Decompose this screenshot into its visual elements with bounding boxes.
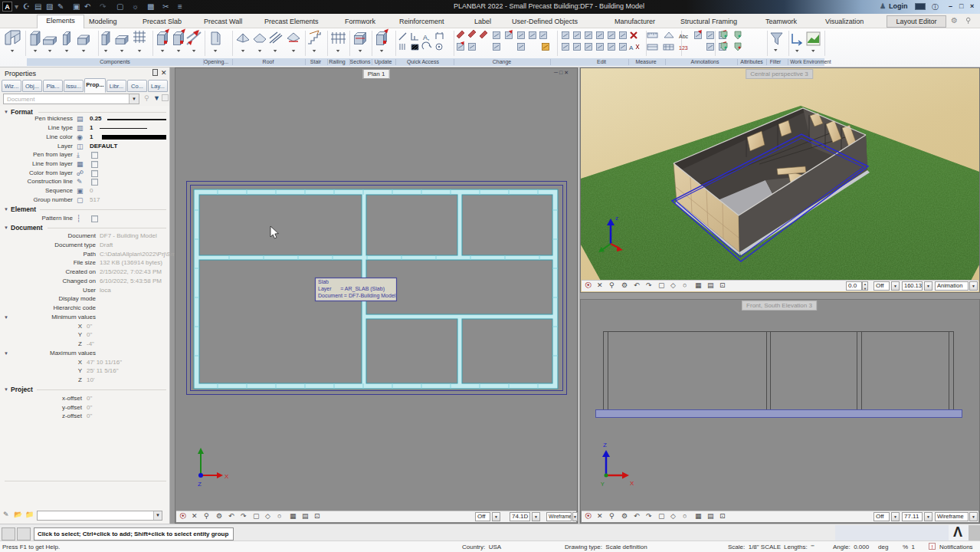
svg-text:Document = DF7-Building Model: Document = DF7-Building Model xyxy=(318,293,396,299)
svg-text:X: X xyxy=(225,473,229,480)
svg-text:Y: Y xyxy=(601,481,605,487)
svg-text:z: z xyxy=(615,215,618,222)
svg-text:Abc: Abc xyxy=(679,34,689,39)
svg-text:Z: Z xyxy=(198,481,202,488)
svg-text:Z: Z xyxy=(603,442,607,449)
svg-text:Slab: Slab xyxy=(318,279,329,284)
svg-text:A,: A, xyxy=(423,34,430,41)
svg-text:Layer = AR_SLAB (Slab): Layer = AR_SLAB (Slab) xyxy=(318,286,385,292)
svg-text:A: A xyxy=(629,44,634,51)
svg-text:123: 123 xyxy=(679,45,688,51)
svg-text:X: X xyxy=(630,480,634,487)
